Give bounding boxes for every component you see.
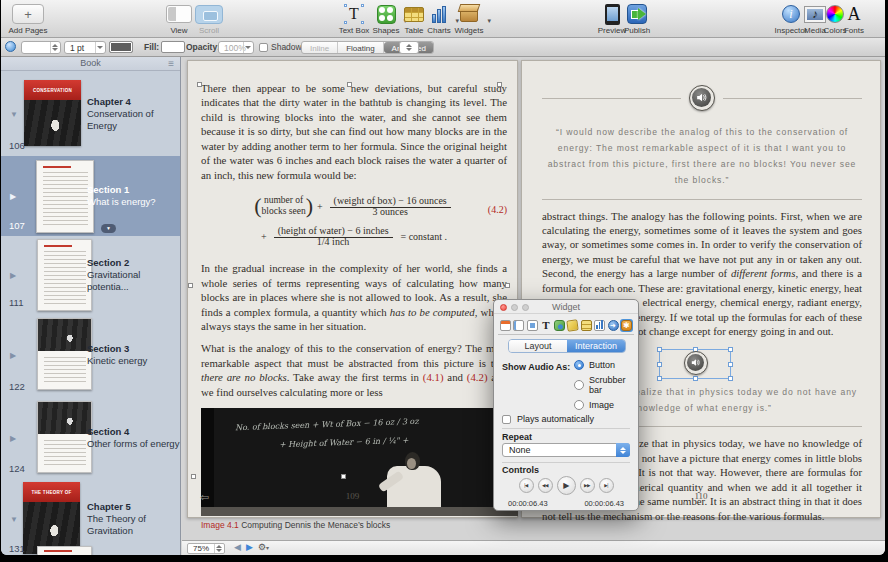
widgets-button[interactable]: ▾ Widgets [449,2,489,36]
back-page-button[interactable]: ◀ [234,542,241,552]
image-caption[interactable]: Image 4.1 Computing Dennis the Menace’s … [201,520,507,530]
add-pages-button[interactable]: + Add Pages [3,2,53,36]
section-3-thumbnail [37,318,92,390]
metrics-inspector-icon[interactable] [566,319,579,332]
paragraph: There then appear to be some new deviati… [201,81,507,182]
stroke-width-select[interactable]: 1 pt [64,41,106,54]
selection-handle[interactable] [657,376,662,381]
time-elapsed: 00:00:06.43 [508,499,548,508]
graphic-inspector-icon[interactable] [553,319,566,332]
shadow-label: Shadow [271,41,302,54]
fonts-button[interactable]: A Fonts [841,2,867,36]
scroll-icon [195,5,223,24]
page-options-gear-button[interactable]: ⚙▾ [258,542,269,552]
stroke-style-stepper[interactable] [21,41,61,54]
audio-quote-1[interactable]: “I would now describe the analog of this… [546,125,858,189]
left-page[interactable]: There then appear to be some new deviati… [187,60,518,518]
selection-handle[interactable] [188,283,193,288]
speaker-icon [687,354,704,371]
document-inspector-icon[interactable] [499,319,512,332]
disclosure-right-icon[interactable]: ▶ [10,270,16,279]
shapes-icon [377,5,396,24]
thumbnail-menu-chevron[interactable]: ▼ [101,224,116,233]
play-button[interactable]: ▶ [557,476,576,495]
radio-icon [574,400,584,410]
selection-handle[interactable] [693,376,698,381]
status-bar: 75% ◀ ▶ ⚙▾ [182,540,885,555]
fill-color-well[interactable] [161,41,185,53]
fast-forward-button[interactable]: ▶▶ [580,478,595,493]
disclosure-down-icon[interactable]: ▼ [10,109,18,118]
close-button[interactable] [500,304,507,311]
format-bar: 1 pt Fill: Opacity: 100% Shadow Inline F… [1,38,885,57]
plays-automatically-row[interactable]: Plays automatically [502,414,594,424]
selection-handle[interactable] [657,362,662,367]
anchor-stepper[interactable] [399,41,419,54]
sidebar-item-section-3[interactable]: ▶ Section 3 Kinetic energy 122 [1,313,180,397]
selection-handle[interactable] [505,283,510,288]
layout-inspector-icon[interactable] [512,319,525,332]
selection-handle[interactable] [341,474,346,479]
disclosure-down-icon[interactable]: ▼ [10,515,18,524]
placement-floating[interactable]: Floating [338,42,383,53]
page-number: 131 [9,543,25,554]
chapter-4-thumbnail: CONSERVATION [24,80,81,146]
body-text-box[interactable]: There then appear to be some new deviati… [201,81,507,530]
publish-button[interactable]: Publish [619,2,655,36]
book-sidebar: Book ≡ ▼ CONSERVATION Chapter 4 Conserva… [1,57,181,555]
dropdown-stepper-icon [616,443,630,457]
disclosure-right-icon[interactable]: ▶ [10,192,16,201]
selection-handle[interactable] [497,82,502,87]
sidebar-item-section-4[interactable]: ▶ Section 4 Other forms of energy 124 [1,397,180,479]
text-inspector-icon[interactable]: T [539,319,552,332]
fast-forward-icon: ▶▶ [584,483,590,488]
stroke-color-well[interactable] [109,41,133,53]
view-icon [166,5,192,23]
skip-to-start-button[interactable]: |◀ [519,478,534,493]
shadow-checkbox[interactable] [259,43,268,52]
audio-play-button[interactable] [689,85,715,111]
inspector-icon: i [782,5,800,23]
sidebar-item-chapter-5[interactable]: ▼ THE THEORY OF Chapter 5 The Theory of … [1,479,180,555]
table-inspector-icon[interactable] [580,319,593,332]
style-sphere-icon[interactable] [5,41,16,52]
disclosure-right-icon[interactable]: ▶ [10,434,16,443]
radio-option-button[interactable]: Button [574,360,638,370]
prev-page-arrow-icon[interactable]: ⇦ [200,491,209,504]
selection-handle[interactable] [191,474,196,479]
repeat-dropdown[interactable]: None [502,443,630,457]
selection-handle[interactable] [347,82,352,87]
radio-option-image[interactable]: Image [574,400,638,410]
selection-handle[interactable] [197,82,202,87]
skip-to-end-button[interactable]: ▶| [599,478,614,493]
sidebar-header-title: Book [80,58,101,68]
panel-title-bar[interactable]: Widget [494,300,638,314]
forward-page-button[interactable]: ▶ [246,542,253,552]
audio-play-button[interactable] [684,351,708,375]
hamburger-icon[interactable]: ≡ [168,57,174,70]
caret-down-icon: ▾ [266,545,269,551]
sidebar-item-chapter-4[interactable]: ▼ CONSERVATION Chapter 4 Conservation of… [1,71,180,156]
tab-interaction[interactable]: Interaction [567,340,625,352]
disclosure-right-icon[interactable]: ▶ [10,351,16,360]
plays-automatically-checkbox[interactable] [502,415,511,424]
selection-handle[interactable] [728,376,733,381]
chart-inspector-icon[interactable] [593,319,606,332]
wrap-inspector-icon[interactable] [526,319,539,332]
zoom-button [522,304,529,311]
radio-option-scrubber-bar[interactable]: Scrubber bar [574,375,638,395]
opacity-select[interactable]: 100% [218,41,254,54]
sidebar-item-section-2[interactable]: ▶ Section 2 Gravitational potentia... 11… [1,236,180,313]
link-inspector-icon[interactable]: ➜ [607,319,620,332]
equation-number: (4.2) [488,204,507,215]
tab-layout[interactable]: Layout [509,340,567,352]
rewind-button[interactable]: ◀◀ [538,478,553,493]
placement-inline[interactable]: Inline [302,42,338,53]
sidebar-item-section-1[interactable]: ▶ Section 1 What is energy? 107 ▼ [1,156,180,236]
selection-handle[interactable] [728,347,733,352]
selection-handle[interactable] [657,347,662,352]
widget-inspector-icon[interactable]: ✱ [620,319,633,332]
item-title: Chapter 5 [87,501,180,513]
selection-handle[interactable] [728,362,733,367]
zoom-level-select[interactable]: 75% [187,543,225,554]
